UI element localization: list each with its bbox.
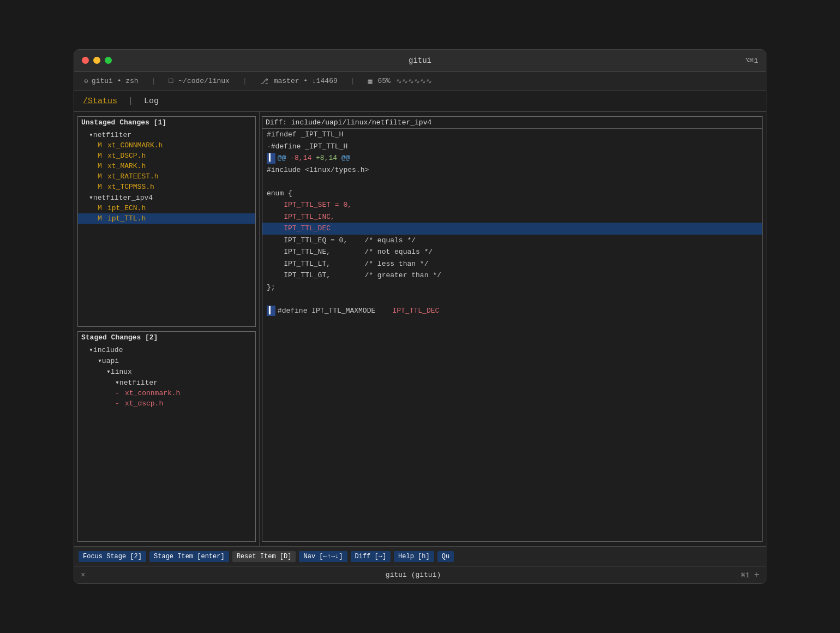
file-ipt-ecn[interactable]: M ipt_ECN.h [78, 203, 255, 213]
tab-icon-4: ▦ [368, 77, 373, 86]
status-bar: Focus Stage [2] Stage Item [enter] Reset… [74, 546, 766, 566]
window-shortcut: ⌥⌘1 [746, 56, 758, 65]
folder-netfilter-ipv4[interactable]: ▾netfilter_ipv4 [78, 192, 255, 203]
diff-content: #ifndef _IPT_TTL_H -#define _IPT_TTL_H ▍… [262, 129, 762, 316]
file-xt-tcpmss[interactable]: M xt_TCPMSS.h [78, 182, 255, 192]
nav-bar: /Status | Log [74, 91, 766, 112]
traffic-lights [82, 57, 112, 64]
help-btn[interactable]: Help [h] [394, 551, 434, 562]
tab-icon-2: □ [169, 77, 173, 85]
staged-folder-uapi[interactable]: ▾uapi [78, 355, 255, 366]
file-ipt-ttl[interactable]: M ipt_TTL.h [78, 213, 255, 224]
staged-file-tree: ▾include ▾uapi ▾linux ▾netfilter - xt_co… [78, 343, 255, 410]
unstaged-header: Unstaged Changes [1] [78, 117, 255, 128]
bottom-bar: × gitui (gitui) ⌘1 + [74, 566, 766, 583]
diff-line-9-selected: IPT_TTL_DEC [262, 223, 762, 235]
staged-folder-include[interactable]: ▾include [78, 344, 255, 355]
main-content: Unstaged Changes [1] ▾netfilter M xt_CON… [74, 112, 766, 546]
diff-line-10: IPT_TTL_EQ = 0, /* equals */ [262, 235, 762, 247]
tab-directory[interactable]: □ ~/code/linux [164, 75, 233, 87]
tab-label-1: gitui • zsh [92, 77, 139, 85]
diff-line-14: }; [262, 282, 762, 294]
battery-wave: ∿∿∿∿∿∿ [396, 77, 432, 86]
tab-bar: ⊕ gitui • zsh | □ ~/code/linux | ⎇ maste… [74, 71, 766, 91]
cmd-icon: ⌘1 [741, 571, 750, 580]
staged-folder-netfilter[interactable]: ▾netfilter [78, 377, 255, 388]
tab-gitui-zsh[interactable]: ⊕ gitui • zsh [80, 75, 143, 88]
diff-btn[interactable]: Diff [→] [351, 551, 391, 562]
nav-log[interactable]: Log [144, 97, 159, 106]
right-panel: Diff: include/uapi/linux/netfilter_ipv4 … [260, 112, 766, 546]
title-bar: gitui ⌥⌘1 [74, 50, 766, 71]
maximize-button[interactable] [105, 57, 112, 64]
diff-line-16: ▍ #define IPT_TTL_MAXMODE IPT_TTL_DEC [262, 305, 762, 317]
reset-item-btn[interactable]: Reset Item [D] [232, 551, 296, 562]
nav-separator: | [128, 97, 133, 106]
tab-separator-1: | [152, 77, 156, 85]
file-xt-connmark[interactable]: M xt_CONNMARK.h [78, 140, 255, 151]
unstaged-section[interactable]: Unstaged Changes [1] ▾netfilter M xt_CON… [77, 116, 256, 327]
staged-section[interactable]: Staged Changes [2] ▾include ▾uapi ▾linux… [77, 331, 256, 542]
diff-line-5 [262, 176, 762, 188]
diff-line-13: IPT_TTL_GT, /* greater than */ [262, 270, 762, 282]
tab-label-3: master • ↓14469 [274, 77, 338, 85]
file-xt-dscp[interactable]: M xt_DSCP.h [78, 151, 255, 161]
unstaged-file-tree: ▾netfilter M xt_CONNMARK.h M xt_DSCP.h M… [78, 128, 255, 225]
staged-file-xt-connmark[interactable]: - xt_connmark.h [78, 388, 255, 398]
file-xt-mark[interactable]: M xt_MARK.h [78, 161, 255, 171]
tab-battery: ▦ 65% ∿∿∿∿∿∿ [364, 75, 436, 88]
diff-line-6: enum { [262, 188, 762, 200]
close-icon[interactable]: × [81, 571, 85, 580]
quit-btn[interactable]: Qu [437, 551, 454, 562]
bottom-title: gitui (gitui) [85, 571, 741, 579]
staged-folder-linux[interactable]: ▾linux [78, 366, 255, 377]
diff-line-12: IPT_TTL_LT, /* less than */ [262, 258, 762, 270]
stage-item-btn[interactable]: Stage Item [enter] [149, 551, 229, 562]
staged-file-xt-dscp[interactable]: - xt_dscp.h [78, 398, 255, 409]
diff-line-hunk: ▍@@ -8,14 +8,14 @@ [262, 152, 762, 164]
diff-line-11: IPT_TTL_NE, /* not equals */ [262, 246, 762, 258]
file-xt-rateest[interactable]: M xt_RATEEST.h [78, 171, 255, 182]
left-panel: Unstaged Changes [1] ▾netfilter M xt_CON… [74, 112, 260, 546]
minimize-button[interactable] [93, 57, 100, 64]
bottom-right: ⌘1 + [741, 570, 759, 580]
diff-line-7: IPT_TTL_SET = 0, [262, 199, 762, 211]
staged-header: Staged Changes [2] [78, 332, 255, 343]
window-title: gitui [409, 56, 431, 65]
diff-line-15 [262, 293, 762, 305]
tab-icon-1: ⊕ [84, 77, 88, 86]
tab-separator-3: | [351, 77, 355, 85]
terminal-window: gitui ⌥⌘1 ⊕ gitui • zsh | □ ~/code/linux… [74, 49, 766, 584]
tab-label-4: 65% [377, 77, 390, 85]
tab-icon-3: ⎇ [260, 77, 268, 86]
diff-line-2: -#define _IPT_TTL_H [262, 141, 762, 153]
tab-branch[interactable]: ⎇ master • ↓14469 [256, 75, 342, 88]
diff-line-8: IPT_TTL_INC, [262, 211, 762, 223]
tab-separator-2: | [243, 77, 247, 85]
new-tab-btn[interactable]: + [754, 570, 759, 580]
diff-line-1: #ifndef _IPT_TTL_H [262, 129, 762, 141]
tab-label-2: ~/code/linux [178, 77, 230, 85]
diff-section[interactable]: Diff: include/uapi/linux/netfilter_ipv4 … [262, 116, 763, 542]
nav-status[interactable]: /Status [83, 97, 117, 106]
folder-netfilter[interactable]: ▾netfilter [78, 129, 255, 140]
nav-btn[interactable]: Nav [←↑→↓] [299, 551, 347, 562]
focus-stage-btn[interactable]: Focus Stage [2] [79, 551, 146, 562]
diff-line-4: #include <linux/types.h> [262, 164, 762, 176]
close-button[interactable] [82, 57, 89, 64]
diff-header: Diff: include/uapi/linux/netfilter_ipv4 [262, 117, 762, 129]
